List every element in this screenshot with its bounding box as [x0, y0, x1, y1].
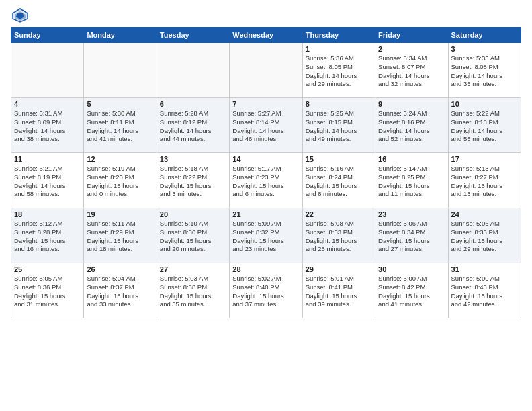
calendar-cell: 16Sunrise: 5:14 AM Sunset: 8:25 PM Dayli… — [375, 153, 448, 208]
day-info: Sunrise: 5:25 AM Sunset: 8:15 PM Dayligh… — [306, 109, 372, 144]
day-info: Sunrise: 5:06 AM Sunset: 8:35 PM Dayligh… — [451, 220, 518, 254]
weekday-header-wednesday: Wednesday — [230, 28, 302, 43]
calendar-cell: 20Sunrise: 5:10 AM Sunset: 8:30 PM Dayli… — [157, 208, 229, 263]
day-number: 15 — [306, 155, 372, 163]
day-info: Sunrise: 5:28 AM Sunset: 8:12 PM Dayligh… — [160, 109, 226, 144]
day-info: Sunrise: 5:03 AM Sunset: 8:38 PM Dayligh… — [160, 275, 226, 309]
day-info: Sunrise: 5:33 AM Sunset: 8:08 PM Dayligh… — [451, 54, 518, 89]
day-info: Sunrise: 5:30 AM Sunset: 8:11 PM Dayligh… — [87, 109, 153, 144]
calendar-cell: 1Sunrise: 5:36 AM Sunset: 8:05 PM Daylig… — [302, 43, 375, 98]
day-number: 26 — [87, 265, 153, 273]
day-info: Sunrise: 5:14 AM Sunset: 8:25 PM Dayligh… — [378, 165, 445, 199]
calendar-cell — [11, 43, 84, 98]
logo-icon — [11, 8, 30, 23]
day-info: Sunrise: 5:13 AM Sunset: 8:27 PM Dayligh… — [451, 165, 518, 199]
day-info: Sunrise: 5:11 AM Sunset: 8:29 PM Dayligh… — [87, 220, 153, 254]
calendar-cell: 26Sunrise: 5:04 AM Sunset: 8:37 PM Dayli… — [84, 263, 157, 318]
day-info: Sunrise: 5:04 AM Sunset: 8:37 PM Dayligh… — [87, 275, 153, 309]
day-info: Sunrise: 5:19 AM Sunset: 8:20 PM Dayligh… — [87, 165, 153, 199]
calendar-cell: 9Sunrise: 5:24 AM Sunset: 8:16 PM Daylig… — [375, 98, 448, 153]
day-number: 28 — [232, 265, 299, 273]
day-number: 9 — [378, 100, 445, 108]
day-number: 12 — [87, 155, 153, 163]
day-number: 4 — [14, 100, 81, 108]
day-number: 20 — [160, 210, 226, 218]
day-number: 16 — [378, 155, 445, 163]
week-row-5: 25Sunrise: 5:05 AM Sunset: 8:36 PM Dayli… — [11, 263, 521, 318]
day-number: 7 — [232, 100, 299, 108]
day-info: Sunrise: 5:34 AM Sunset: 8:07 PM Dayligh… — [378, 54, 445, 89]
weekday-row: SundayMondayTuesdayWednesdayThursdayFrid… — [11, 28, 521, 43]
week-row-4: 18Sunrise: 5:12 AM Sunset: 8:28 PM Dayli… — [11, 208, 521, 263]
day-info: Sunrise: 5:24 AM Sunset: 8:16 PM Dayligh… — [378, 109, 445, 144]
day-number: 24 — [451, 210, 518, 218]
day-number: 1 — [306, 45, 372, 53]
calendar-cell: 3Sunrise: 5:33 AM Sunset: 8:08 PM Daylig… — [448, 43, 521, 98]
calendar-cell: 7Sunrise: 5:27 AM Sunset: 8:14 PM Daylig… — [230, 98, 302, 153]
day-number: 19 — [87, 210, 153, 218]
weekday-header-thursday: Thursday — [302, 28, 375, 43]
calendar-cell: 23Sunrise: 5:06 AM Sunset: 8:34 PM Dayli… — [375, 208, 448, 263]
week-row-3: 11Sunrise: 5:21 AM Sunset: 8:19 PM Dayli… — [11, 153, 521, 208]
calendar-cell: 13Sunrise: 5:18 AM Sunset: 8:22 PM Dayli… — [157, 153, 229, 208]
day-number: 21 — [232, 210, 299, 218]
day-info: Sunrise: 5:18 AM Sunset: 8:22 PM Dayligh… — [160, 165, 226, 199]
day-info: Sunrise: 5:10 AM Sunset: 8:30 PM Dayligh… — [160, 220, 226, 254]
day-info: Sunrise: 5:22 AM Sunset: 8:18 PM Dayligh… — [451, 109, 518, 144]
day-info: Sunrise: 5:12 AM Sunset: 8:28 PM Dayligh… — [14, 220, 81, 254]
day-number: 14 — [232, 155, 299, 163]
day-number: 3 — [451, 45, 518, 53]
weekday-header-friday: Friday — [375, 28, 448, 43]
calendar-cell: 10Sunrise: 5:22 AM Sunset: 8:18 PM Dayli… — [448, 98, 521, 153]
day-number: 13 — [160, 155, 226, 163]
day-number: 5 — [87, 100, 153, 108]
calendar-cell — [157, 43, 229, 98]
week-row-2: 4Sunrise: 5:31 AM Sunset: 8:09 PM Daylig… — [11, 98, 521, 153]
page: SundayMondayTuesdayWednesdayThursdayFrid… — [0, 0, 532, 411]
calendar-cell: 8Sunrise: 5:25 AM Sunset: 8:15 PM Daylig… — [302, 98, 375, 153]
day-info: Sunrise: 5:05 AM Sunset: 8:36 PM Dayligh… — [14, 275, 81, 309]
day-info: Sunrise: 5:02 AM Sunset: 8:40 PM Dayligh… — [232, 275, 299, 309]
calendar-cell: 15Sunrise: 5:16 AM Sunset: 8:24 PM Dayli… — [302, 153, 375, 208]
week-row-1: 1Sunrise: 5:36 AM Sunset: 8:05 PM Daylig… — [11, 43, 521, 98]
calendar-cell: 27Sunrise: 5:03 AM Sunset: 8:38 PM Dayli… — [157, 263, 229, 318]
day-info: Sunrise: 5:00 AM Sunset: 8:42 PM Dayligh… — [378, 275, 445, 309]
calendar-cell: 24Sunrise: 5:06 AM Sunset: 8:35 PM Dayli… — [448, 208, 521, 263]
calendar-cell: 19Sunrise: 5:11 AM Sunset: 8:29 PM Dayli… — [84, 208, 157, 263]
calendar-cell: 4Sunrise: 5:31 AM Sunset: 8:09 PM Daylig… — [11, 98, 84, 153]
header — [11, 8, 521, 23]
calendar-cell: 12Sunrise: 5:19 AM Sunset: 8:20 PM Dayli… — [84, 153, 157, 208]
calendar-cell — [84, 43, 157, 98]
calendar-header: SundayMondayTuesdayWednesdayThursdayFrid… — [11, 28, 521, 43]
weekday-header-saturday: Saturday — [448, 28, 521, 43]
calendar: SundayMondayTuesdayWednesdayThursdayFrid… — [11, 27, 521, 318]
day-info: Sunrise: 5:01 AM Sunset: 8:41 PM Dayligh… — [306, 275, 372, 309]
calendar-body: 1Sunrise: 5:36 AM Sunset: 8:05 PM Daylig… — [11, 43, 521, 318]
calendar-cell: 11Sunrise: 5:21 AM Sunset: 8:19 PM Dayli… — [11, 153, 84, 208]
day-number: 22 — [306, 210, 372, 218]
day-info: Sunrise: 5:06 AM Sunset: 8:34 PM Dayligh… — [378, 220, 445, 254]
calendar-cell: 25Sunrise: 5:05 AM Sunset: 8:36 PM Dayli… — [11, 263, 84, 318]
day-number: 8 — [306, 100, 372, 108]
day-info: Sunrise: 5:09 AM Sunset: 8:32 PM Dayligh… — [232, 220, 299, 254]
day-info: Sunrise: 5:36 AM Sunset: 8:05 PM Dayligh… — [306, 54, 372, 89]
calendar-cell: 30Sunrise: 5:00 AM Sunset: 8:42 PM Dayli… — [375, 263, 448, 318]
calendar-cell: 6Sunrise: 5:28 AM Sunset: 8:12 PM Daylig… — [157, 98, 229, 153]
day-number: 17 — [451, 155, 518, 163]
weekday-header-tuesday: Tuesday — [157, 28, 229, 43]
day-number: 2 — [378, 45, 445, 53]
day-number: 25 — [14, 265, 81, 273]
day-number: 29 — [306, 265, 372, 273]
calendar-cell: 5Sunrise: 5:30 AM Sunset: 8:11 PM Daylig… — [84, 98, 157, 153]
day-info: Sunrise: 5:31 AM Sunset: 8:09 PM Dayligh… — [14, 109, 81, 144]
calendar-cell — [230, 43, 302, 98]
day-number: 27 — [160, 265, 226, 273]
weekday-header-sunday: Sunday — [11, 28, 84, 43]
day-info: Sunrise: 5:27 AM Sunset: 8:14 PM Dayligh… — [232, 109, 299, 144]
day-number: 10 — [451, 100, 518, 108]
day-info: Sunrise: 5:21 AM Sunset: 8:19 PM Dayligh… — [14, 165, 81, 199]
logo — [11, 8, 32, 23]
calendar-cell: 28Sunrise: 5:02 AM Sunset: 8:40 PM Dayli… — [230, 263, 302, 318]
day-info: Sunrise: 5:17 AM Sunset: 8:23 PM Dayligh… — [232, 165, 299, 199]
calendar-cell: 2Sunrise: 5:34 AM Sunset: 8:07 PM Daylig… — [375, 43, 448, 98]
